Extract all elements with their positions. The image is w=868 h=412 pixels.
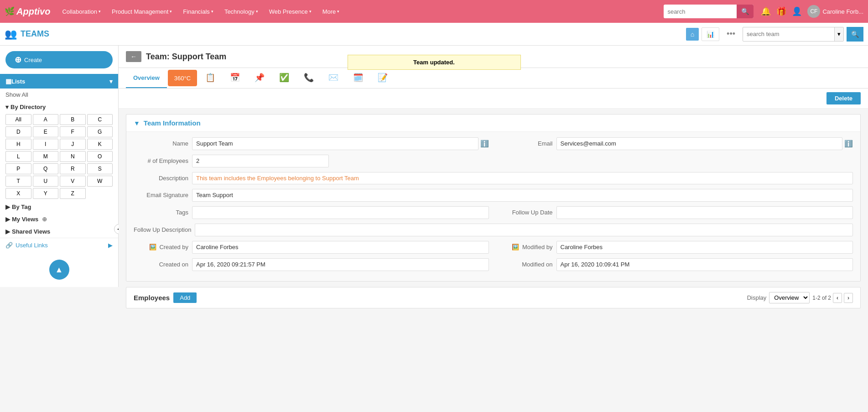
user-menu[interactable]: CF Caroline Forb... <box>807 5 863 18</box>
search-team-dropdown[interactable]: ▾ <box>834 27 843 42</box>
global-search-button[interactable]: 🔍 <box>737 5 754 18</box>
page-title: Team: Support Team <box>146 52 226 62</box>
nav-product-management[interactable]: Product Management ▾ <box>108 8 176 15</box>
next-page-button[interactable]: › <box>844 293 853 303</box>
tab-360[interactable]: 360°C <box>168 70 197 86</box>
letter-w[interactable]: W <box>87 176 113 187</box>
letter-i[interactable]: I <box>33 139 59 150</box>
field-follow-up-date: Follow Up Date <box>498 206 853 219</box>
name-info-icon[interactable]: ℹ️ <box>480 140 489 148</box>
letter-j[interactable]: J <box>60 139 86 150</box>
letter-n[interactable]: N <box>60 151 86 162</box>
nav-web-presence[interactable]: Web Presence ▾ <box>265 8 315 15</box>
letter-p[interactable]: P <box>5 163 31 174</box>
letter-r[interactable]: R <box>60 163 86 174</box>
letter-k[interactable]: K <box>87 139 113 150</box>
letter-e[interactable]: E <box>33 126 59 137</box>
by-tag[interactable]: ▶ By Tag <box>0 201 118 213</box>
nav-collaboration[interactable]: Collaboration ▾ <box>58 8 104 15</box>
app-logo[interactable]: 🌿 Apptivo <box>5 6 50 17</box>
display-select[interactable]: Overview <box>769 292 810 303</box>
tab-overview[interactable]: Overview <box>126 68 167 88</box>
nav-technology[interactable]: Technology ▾ <box>221 8 262 15</box>
plus-icon: ⊕ <box>15 55 21 65</box>
bell-icon[interactable]: 🔔 <box>761 6 771 16</box>
my-views[interactable]: ▶ My Views ⊕ <box>0 213 118 225</box>
tab-10[interactable]: 📝 <box>370 68 395 88</box>
created-on-value: Apr 16, 2020 09:21:57 PM <box>192 258 489 271</box>
sidebar-wrapper: ⊕ Create ▦ Lists ▾ Show All ▾ By Directo… <box>0 46 119 412</box>
scroll-top-button[interactable]: ▲ <box>49 260 69 280</box>
tab-3[interactable]: 📋 <box>198 68 223 88</box>
useful-links[interactable]: 🔗 Useful Links ▶ <box>0 238 118 252</box>
letter-v[interactable]: V <box>60 176 86 187</box>
letter-a[interactable]: A <box>33 114 59 125</box>
search-team-input[interactable] <box>743 29 834 39</box>
letter-g[interactable]: G <box>87 126 113 137</box>
letter-b[interactable]: B <box>60 114 86 125</box>
tab10-icon: 📝 <box>378 73 388 83</box>
email-signature-value-wrap: Team Support <box>192 189 853 202</box>
useful-links-label: Useful Links <box>16 242 48 249</box>
nav-more[interactable]: More ▾ <box>319 8 343 15</box>
letter-u[interactable]: U <box>33 176 59 187</box>
add-employee-button[interactable]: Add <box>173 292 197 303</box>
tab-5[interactable]: 📌 <box>247 68 272 88</box>
form-row-employees: # of Employees 2 <box>134 155 853 167</box>
letter-c[interactable]: C <box>87 114 113 125</box>
home-button[interactable]: ⌂ <box>686 28 699 41</box>
delete-button[interactable]: Delete <box>826 92 861 104</box>
section-collapse-icon[interactable]: ▼ <box>134 120 140 127</box>
letter-all[interactable]: All <box>5 114 31 125</box>
letter-t[interactable]: T <box>5 176 31 187</box>
letter-y[interactable]: Y <box>33 188 59 199</box>
tab-4[interactable]: 📅 <box>223 68 247 88</box>
field-modified-on: Modified on Apr 16, 2020 10:09:41 PM <box>498 258 853 271</box>
teams-icon: 👥 <box>5 28 17 40</box>
show-all[interactable]: Show All <box>0 89 118 101</box>
form-row-follow-up-desc: Follow Up Description <box>134 224 853 236</box>
link-icon: 🔗 <box>5 242 13 249</box>
by-directory[interactable]: ▾ By Directory <box>0 101 118 112</box>
chart-button[interactable]: 📊 <box>702 27 719 41</box>
letter-d[interactable]: D <box>5 126 31 137</box>
tab-6[interactable]: ✅ <box>272 68 296 88</box>
field-tags: Tags <box>134 206 489 219</box>
gift-icon[interactable]: 🎁 <box>776 6 786 16</box>
field-name: Name Support Team ℹ️ <box>134 137 489 150</box>
letter-q[interactable]: Q <box>33 163 59 174</box>
letter-m[interactable]: M <box>33 151 59 162</box>
created-by-value: Caroline Forbes <box>192 241 489 254</box>
letter-x[interactable]: X <box>5 188 31 199</box>
modified-on-value-wrap: Apr 16, 2020 10:09:41 PM <box>556 258 853 271</box>
form-row-description: Description This team includes the Emplo… <box>134 172 853 184</box>
shared-views[interactable]: ▶ Shared Views <box>0 225 118 238</box>
prev-page-button[interactable]: ‹ <box>833 293 842 303</box>
create-button[interactable]: ⊕ Create <box>5 51 113 68</box>
more-options-button[interactable]: ••• <box>722 26 740 42</box>
back-button[interactable]: ← <box>126 51 141 62</box>
letter-h[interactable]: H <box>5 139 31 150</box>
modified-by-icon: 🖼️ <box>512 244 519 250</box>
sidebar-lists-header[interactable]: ▦ Lists ▾ <box>0 74 118 89</box>
letter-s[interactable]: S <box>87 163 113 174</box>
form-row-email-signature: Email Signature Team Support <box>134 189 853 202</box>
letter-l[interactable]: L <box>5 151 31 162</box>
add-view-icon[interactable]: ⊕ <box>42 216 47 223</box>
tab3-icon: 📋 <box>205 73 215 83</box>
email-info-icon[interactable]: ℹ️ <box>844 140 853 148</box>
tab-8[interactable]: ✉️ <box>321 68 346 88</box>
nav-financials[interactable]: Financials ▾ <box>179 8 217 15</box>
tab-9[interactable]: 🗓️ <box>346 68 370 88</box>
letter-f[interactable]: F <box>60 126 86 137</box>
field-email-signature: Email Signature Team Support <box>134 189 853 202</box>
global-search-input[interactable] <box>664 6 737 17</box>
notification-text: Team updated. <box>413 59 455 66</box>
tab-7[interactable]: 📞 <box>296 68 321 88</box>
letter-o[interactable]: O <box>87 151 113 162</box>
letter-z[interactable]: Z <box>60 188 86 199</box>
users-icon[interactable]: 👤 <box>792 6 802 16</box>
email-value: Services@email.com <box>556 137 843 150</box>
top-navbar: 🌿 Apptivo Collaboration ▾ Product Manage… <box>0 0 868 23</box>
search-team-button[interactable]: 🔍 <box>847 27 863 42</box>
